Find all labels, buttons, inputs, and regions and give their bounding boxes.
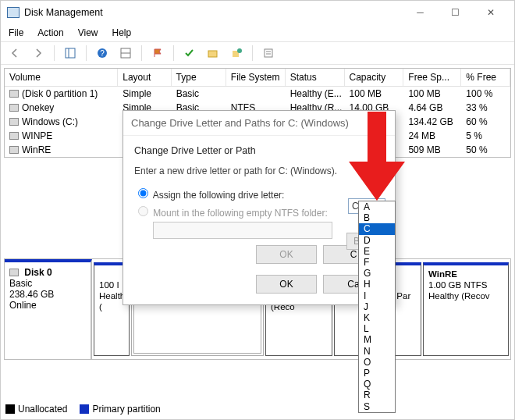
- new-folder-icon[interactable]: [204, 44, 222, 62]
- back-icon[interactable]: [5, 44, 24, 62]
- drive-letter-option[interactable]: B: [359, 212, 395, 223]
- drive-letter-option[interactable]: Q: [359, 379, 395, 390]
- maximize-button[interactable]: ☐: [438, 1, 473, 24]
- drive-letter-option[interactable]: C: [359, 223, 395, 234]
- drive-letter-option[interactable]: F: [359, 257, 395, 268]
- dialog-prompt: Enter a new drive letter or path for C: …: [134, 166, 384, 176]
- disk-info[interactable]: Disk 0 Basic 238.46 GB Online: [5, 259, 92, 359]
- svg-rect-0: [66, 48, 75, 58]
- layout-icon[interactable]: [61, 44, 80, 62]
- ok-button[interactable]: OK: [256, 275, 317, 294]
- inner-ok-button[interactable]: OK: [256, 245, 317, 264]
- forward-icon[interactable]: [29, 44, 48, 62]
- drive-letter-option[interactable]: M: [359, 334, 395, 345]
- drive-letter-option[interactable]: P: [359, 368, 395, 379]
- menu-file[interactable]: File: [9, 27, 23, 38]
- volume-icon: [9, 104, 19, 112]
- col-filesystem[interactable]: File System: [226, 69, 286, 86]
- volume-icon: [9, 118, 19, 126]
- drive-letter-option[interactable]: R: [359, 390, 395, 400]
- volume-list-header: Volume Layout Type File System Status Ca…: [5, 69, 510, 87]
- toolbar: ?: [1, 41, 514, 65]
- radio-assign-letter-input[interactable]: [138, 188, 148, 198]
- svg-rect-6: [208, 51, 217, 57]
- properties-icon[interactable]: [259, 44, 278, 62]
- legend-unallocated: Unallocated: [18, 404, 67, 415]
- disk-size: 238.46 GB: [9, 289, 54, 300]
- mount-path-input: [153, 222, 332, 239]
- volume-icon: [9, 146, 19, 154]
- drive-letter-option[interactable]: J: [359, 301, 395, 312]
- svg-rect-9: [265, 49, 272, 57]
- legend-primary-swatch: [80, 404, 89, 414]
- disk-name: Disk 0: [24, 267, 52, 278]
- dialog-title: Change Drive Letter and Paths for C: (Wi…: [123, 111, 395, 136]
- drive-letter-option[interactable]: S: [359, 401, 395, 412]
- flag-icon[interactable]: [148, 44, 167, 62]
- drive-letter-option[interactable]: G: [359, 268, 395, 279]
- col-status[interactable]: Status: [286, 69, 345, 86]
- minimize-button[interactable]: ─: [403, 1, 438, 24]
- menu-bar: File Action View Help: [1, 24, 514, 41]
- legend-primary: Primary partition: [92, 404, 160, 415]
- dialog-heading: Change Drive Letter or Path: [134, 145, 384, 156]
- radio-assign-letter[interactable]: Assign the following drive letter:: [134, 186, 384, 201]
- partition[interactable]: WinRE1.00 GB NTFSHealthy (Recov: [423, 262, 509, 356]
- svg-text:?: ?: [100, 49, 105, 58]
- menu-help[interactable]: Help: [112, 27, 132, 38]
- radio-mount-folder[interactable]: Mount in the following empty NTFS folder…: [134, 204, 384, 219]
- drive-letter-dropdown[interactable]: ABCDEFGHIJKLMNOPQRSTUV: [358, 201, 396, 413]
- volume-icon: [9, 132, 19, 140]
- svg-point-8: [237, 48, 242, 53]
- disk-type: Basic: [9, 278, 32, 289]
- menu-action[interactable]: Action: [37, 27, 63, 38]
- legend-unallocated-swatch: [5, 404, 15, 414]
- title-bar: Disk Management ─ ☐ ✕: [1, 1, 514, 24]
- drive-letter-option[interactable]: K: [359, 312, 395, 323]
- drive-letter-option[interactable]: D: [359, 235, 395, 246]
- col-layout[interactable]: Layout: [118, 69, 171, 86]
- disk-management-icon: [7, 7, 20, 18]
- col-free[interactable]: Free Sp...: [403, 69, 461, 86]
- col-pct[interactable]: % Free: [461, 69, 510, 86]
- volume-icon: [9, 90, 19, 98]
- close-button[interactable]: ✕: [473, 1, 508, 24]
- disk-icon: [9, 269, 19, 276]
- menu-view[interactable]: View: [78, 27, 98, 38]
- new-volume-icon[interactable]: [227, 44, 246, 62]
- col-capacity[interactable]: Capacity: [345, 69, 404, 86]
- col-type[interactable]: Type: [172, 69, 226, 86]
- drive-letter-option[interactable]: T: [359, 412, 395, 413]
- drive-letter-option[interactable]: N: [359, 346, 395, 357]
- drive-letter-option[interactable]: H: [359, 279, 395, 290]
- drive-letter-option[interactable]: L: [359, 323, 395, 334]
- check-icon[interactable]: [180, 44, 199, 62]
- legend: Unallocated Primary partition: [5, 404, 161, 415]
- change-drive-letter-dialog: Change Drive Letter and Paths for C: (Wi…: [123, 110, 396, 305]
- disk-state: Online: [9, 300, 37, 311]
- radio-mount-folder-input[interactable]: [138, 206, 148, 216]
- help-icon[interactable]: ?: [93, 44, 112, 62]
- drive-letter-option[interactable]: E: [359, 246, 395, 257]
- col-volume[interactable]: Volume: [5, 69, 118, 86]
- disk-management-window: Disk Management ─ ☐ ✕ File Action View H…: [0, 0, 515, 420]
- drive-letter-option[interactable]: A: [359, 201, 395, 212]
- settings-view-icon[interactable]: [116, 44, 135, 62]
- drive-letter-option[interactable]: O: [359, 357, 395, 368]
- drive-letter-option[interactable]: I: [359, 290, 395, 301]
- window-title: Disk Management: [24, 7, 103, 18]
- table-row[interactable]: (Disk 0 partition 1)SimpleBasicHealthy (…: [5, 87, 510, 101]
